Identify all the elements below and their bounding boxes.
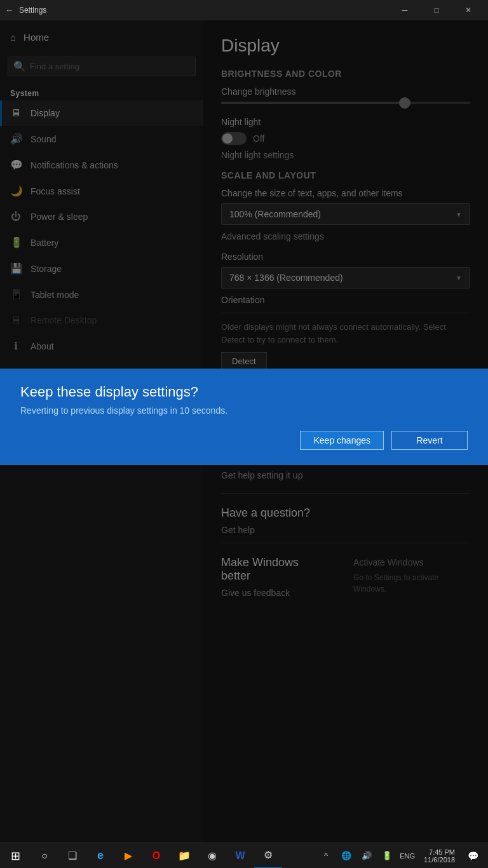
detect-button[interactable]: Detect <box>221 352 267 370</box>
start-button[interactable]: ⊞ <box>0 843 30 869</box>
activate-windows-title: Activate Windows <box>353 556 470 569</box>
about-icon: ℹ <box>10 340 22 352</box>
night-light-state: Off <box>253 133 264 144</box>
sidebar-item-battery[interactable]: 🔋 Battery <box>0 229 203 255</box>
close-button[interactable]: ✕ <box>454 0 483 20</box>
opera-icon[interactable]: O <box>142 843 170 869</box>
night-light-toggle[interactable] <box>221 132 247 145</box>
scale-dropdown[interactable]: 100% (Recommended) ▼ <box>221 203 470 225</box>
scale-selected: 100% (Recommended) <box>229 209 321 219</box>
sidebar-item-sound[interactable]: 🔊 Sound <box>0 126 203 152</box>
folder-icon[interactable]: 📁 <box>170 843 198 869</box>
page-title: Display <box>221 36 470 56</box>
multiple-displays-text: Older displays might not always connect … <box>221 321 470 346</box>
resolution-selected: 488 × 868 (Recommended) <box>229 273 343 283</box>
slider-track <box>221 102 470 104</box>
focus-icon: 🌙 <box>10 185 22 197</box>
sidebar-item-tablet[interactable]: 📱 Tablet mode <box>0 281 203 308</box>
notification-button[interactable]: 💬 <box>463 843 483 869</box>
keep-settings-dialog: Keep these display settings? Reverting t… <box>0 369 488 465</box>
make-windows-section: Make Windows better Give us feedback Act… <box>221 556 470 598</box>
sidebar-item-label-about: About <box>30 341 54 351</box>
make-windows-heading: Make Windows better <box>221 556 328 583</box>
home-icon: ⌂ <box>10 32 16 43</box>
sidebar-item-about[interactable]: ℹ About <box>0 333 203 359</box>
sidebar-home[interactable]: ⌂ Home <box>0 20 203 54</box>
task-view-button[interactable]: ❑ <box>58 843 86 869</box>
have-question-section: Have a question? Get help <box>221 506 470 535</box>
systray: ^ 🌐 🔊 🔋 ENG 7:45 PM 11/6/2018 💬 <box>317 843 488 869</box>
chrome-icon[interactable]: ◉ <box>198 843 226 869</box>
night-light-row: Night light <box>221 117 470 127</box>
vlc-icon[interactable]: ▶ <box>114 843 142 869</box>
keep-changes-button[interactable]: Keep changes <box>300 431 384 450</box>
chevron-down-icon-2: ▼ <box>456 275 462 281</box>
toggle-knob <box>222 133 233 144</box>
sidebar-item-focus[interactable]: 🌙 Focus assist <box>0 178 203 204</box>
sidebar-item-label-power: Power & sleep <box>30 212 88 222</box>
sidebar-item-label-display: Display <box>30 108 60 118</box>
sidebar-item-storage[interactable]: 💾 Storage <box>0 255 203 281</box>
resolution-label: Resolution <box>221 252 470 262</box>
give-feedback-link[interactable]: Give us feedback <box>221 588 328 598</box>
search-box[interactable]: 🔍 <box>8 57 196 76</box>
taskbar: ⊞ ○ ❑ e ▶ O 📁 ◉ W ⚙ ^ 🌐 🔊 🔋 ENG 7:45 PM … <box>0 843 488 868</box>
separator-4 <box>221 543 470 543</box>
sound-icon: 🔊 <box>10 133 22 145</box>
remote-icon: 🖥 <box>10 315 22 326</box>
settings-icon[interactable]: ⚙ <box>254 843 282 869</box>
minimize-button[interactable]: ─ <box>390 0 419 20</box>
sidebar-item-label-notifications: Notifications & actions <box>30 160 118 170</box>
get-help-setting-up-link[interactable]: Get help setting it up <box>221 470 470 480</box>
night-light-settings-link[interactable]: Night light settings <box>221 150 470 160</box>
language-label[interactable]: ENG <box>398 843 416 869</box>
sidebar-section-title: System <box>0 81 203 100</box>
sidebar-item-label-battery: Battery <box>30 238 58 248</box>
sidebar-item-label-remote: Remote Desktop <box>30 315 97 325</box>
network-icon[interactable]: 🌐 <box>337 843 355 869</box>
sidebar-item-label-storage: Storage <box>30 264 62 274</box>
search-input[interactable] <box>30 62 190 71</box>
make-windows-left: Make Windows better Give us feedback <box>221 556 328 598</box>
modal-title: Keep these display settings? <box>20 384 468 400</box>
systray-expand[interactable]: ^ <box>317 843 335 869</box>
sidebar-item-remote[interactable]: 🖥 Remote Desktop <box>0 308 203 333</box>
get-help-link[interactable]: Get help <box>221 525 470 535</box>
storage-icon: 💾 <box>10 262 22 275</box>
brightness-slider-container <box>221 102 470 104</box>
sidebar-item-notifications[interactable]: 💬 Notifications & actions <box>0 152 203 178</box>
title-bar: ← Settings ─ □ ✕ <box>0 0 488 20</box>
sidebar-item-display[interactable]: 🖥 Display <box>0 100 203 126</box>
advanced-scaling-link[interactable]: Advanced scaling settings <box>221 231 470 241</box>
home-label: Home <box>24 32 49 43</box>
slider-fill <box>221 102 408 104</box>
slider-thumb[interactable] <box>399 97 410 109</box>
maximize-button[interactable]: □ <box>422 0 451 20</box>
sidebar-item-label-sound: Sound <box>30 134 56 144</box>
night-light-label: Night light <box>221 117 261 127</box>
tablet-icon: 📱 <box>10 288 22 301</box>
battery-icon: 🔋 <box>10 236 22 248</box>
word-icon[interactable]: W <box>226 843 254 869</box>
separator-1 <box>221 313 470 313</box>
title-bar-title: Settings <box>19 6 390 15</box>
sidebar-item-power[interactable]: ⏻ Power & sleep <box>0 204 203 229</box>
brightness-label: Change brightness <box>221 86 470 97</box>
search-button[interactable]: ○ <box>30 843 58 869</box>
activate-windows-text: Go to Settings to activate Windows. <box>353 572 470 595</box>
battery-systray-icon[interactable]: 🔋 <box>378 843 396 869</box>
display-icon: 🖥 <box>10 107 22 119</box>
modal-buttons: Keep changes Revert <box>20 431 468 450</box>
separator-3 <box>221 493 470 494</box>
back-button[interactable]: ← <box>5 5 14 15</box>
revert-button[interactable]: Revert <box>391 431 468 450</box>
clock[interactable]: 7:45 PM 11/6/2018 <box>419 843 460 869</box>
edge-icon[interactable]: e <box>86 843 114 869</box>
scale-section-heading: Scale and layout <box>221 170 470 180</box>
clock-time: 7:45 PM <box>429 848 455 856</box>
scale-label: Change the size of text, apps, and other… <box>221 188 470 198</box>
search-icon: 🔍 <box>13 60 26 72</box>
chevron-down-icon: ▼ <box>456 211 462 218</box>
volume-icon[interactable]: 🔊 <box>358 843 376 869</box>
resolution-dropdown[interactable]: 488 × 868 (Recommended) ▼ <box>221 267 470 288</box>
